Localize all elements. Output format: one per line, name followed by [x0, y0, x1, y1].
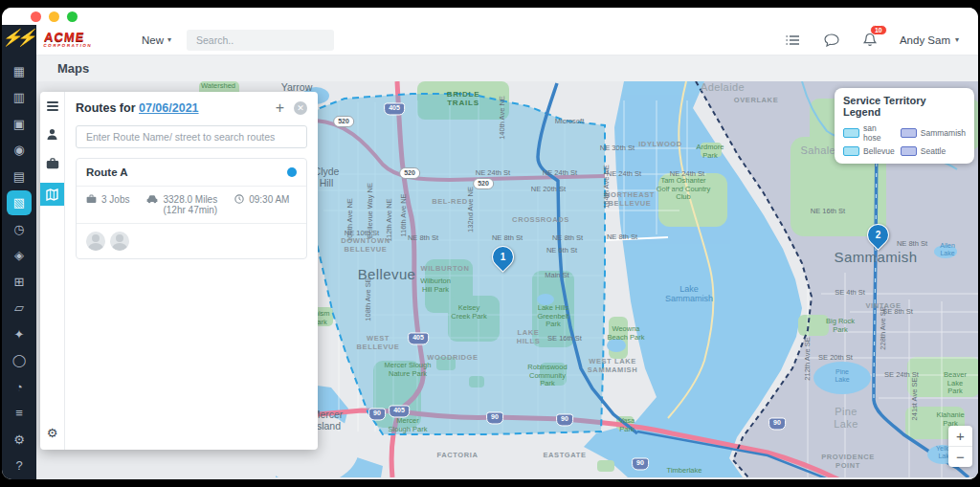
legend-label: Seattle: [921, 146, 946, 156]
sidebar-item-invoices[interactable]: ▤: [7, 164, 32, 188]
assignee-avatar[interactable]: [110, 232, 129, 251]
map-label: Robinswood Community Park: [527, 364, 567, 388]
map-label: Timberlake: [667, 467, 702, 476]
sidebar-item-maps[interactable]: ▧: [7, 190, 32, 215]
add-route-button[interactable]: +: [276, 100, 284, 116]
map-label: NE 24th St: [607, 170, 641, 179]
map-label: LAKE HILLS: [517, 329, 541, 345]
map-label: Big Rock Park: [826, 318, 855, 334]
map-label: NE 24th St: [476, 169, 510, 178]
minimize-window-button[interactable]: [49, 11, 59, 22]
routes-panel-body: Routes for 07/06/2021 + ✕ Route A 3 Jobs: [65, 92, 318, 450]
sidebar-item-jobs[interactable]: ▥: [7, 85, 32, 110]
service-territory-legend: Service Territory Legend san hoseSammami…: [835, 88, 974, 164]
map-label: NE 24th St: [543, 169, 577, 178]
map-label: Adelaide: [701, 81, 745, 93]
notifications-bell-icon[interactable]: 10: [861, 32, 879, 49]
chevron-down-icon: ▾: [167, 35, 171, 44]
menu-icon[interactable]: [47, 101, 58, 111]
map-label: 520: [473, 178, 494, 189]
panel-settings-gear-icon[interactable]: ⚙: [47, 426, 58, 440]
sidebar-item-schedule[interactable]: ▣: [7, 111, 32, 136]
map-label: 116th Ave NE: [400, 193, 409, 236]
map-marker-2[interactable]: 2: [862, 219, 894, 251]
map-label: NE 16th St: [811, 208, 845, 216]
map-label: WOODRIDGE: [427, 354, 478, 363]
map-label: 108th Ave SE: [365, 277, 373, 321]
map-label: 212th Ave SE: [804, 337, 813, 380]
jobs-icon[interactable]: [46, 158, 59, 169]
map-zoom-control: + −: [948, 426, 972, 467]
map-label: Allen Lake: [940, 242, 955, 257]
map-label: Ardmore Park: [697, 144, 724, 160]
route-search-input[interactable]: [84, 130, 299, 144]
route-status-dot: [287, 167, 297, 177]
sidebar-item-settings[interactable]: ⚙: [7, 427, 32, 452]
chat-icon[interactable]: [823, 32, 840, 49]
map-label: 90: [486, 411, 503, 424]
sidebar-item-quotes[interactable]: ◈: [7, 243, 32, 268]
sidebar-item-documents[interactable]: ▱: [7, 296, 32, 321]
map-marker-1[interactable]: 1: [487, 241, 519, 273]
map-label: 164th Ave NE: [603, 165, 612, 209]
map-label: 100th Ave NE: [346, 198, 355, 242]
map-label: Pine Lake: [834, 406, 858, 430]
maximize-window-button[interactable]: [67, 11, 78, 22]
user-menu[interactable]: Andy Sam ▾: [900, 34, 959, 46]
map-label: Pine Lake: [835, 368, 849, 384]
zoom-out-button[interactable]: −: [948, 447, 972, 467]
route-jobs-text: 3 Jobs: [101, 194, 129, 205]
legend-swatch: [843, 128, 859, 138]
route-name: Route A: [86, 166, 128, 178]
search-input[interactable]: [194, 33, 327, 47]
map-routes-tab[interactable]: [40, 183, 64, 206]
sidebar-item-assets[interactable]: ≡: [7, 401, 32, 426]
company-logo[interactable]: ACME CORPORATION: [43, 31, 116, 49]
map-label: Microsoft: [555, 118, 584, 126]
legend-item: san hose: [843, 123, 895, 143]
new-dropdown[interactable]: New ▾: [142, 34, 171, 46]
sidebar-item-dashboard[interactable]: ▦: [7, 58, 32, 83]
app-logo-icon[interactable]: ⚡⚡: [2, 25, 36, 51]
legend-item: Seattle: [901, 146, 966, 156]
route-jobs: 3 Jobs: [86, 194, 129, 215]
route-start-time: 09:30 AM: [234, 194, 289, 215]
map-label: NE 20th St: [531, 186, 566, 194]
activity-list-icon[interactable]: [785, 32, 802, 49]
sidebar-item-timer[interactable]: ◔: [7, 374, 32, 399]
close-window-button[interactable]: [31, 11, 41, 22]
sidebar-item-integrations[interactable]: ✦: [7, 321, 32, 346]
assignee-avatar[interactable]: [86, 232, 105, 251]
map-label: 241st Ave SE: [911, 378, 920, 421]
sidebar-item-help[interactable]: ?: [7, 454, 32, 478]
map-label: 140th Ave NE: [499, 96, 507, 140]
map-label: Bellevue: [358, 266, 416, 282]
sidebar-item-customers[interactable]: ◉: [7, 138, 32, 163]
map-label: 132nd Ave NE: [467, 187, 476, 232]
map-label: EASTGATE: [543, 452, 586, 460]
map-label: WILBURTON: [420, 265, 469, 274]
map-label: 90: [768, 417, 786, 430]
zoom-in-button[interactable]: +: [948, 426, 972, 447]
notification-badge: 10: [870, 25, 887, 35]
map-label: SE 24th St: [884, 371, 919, 380]
routes-date-link[interactable]: 07/06/2021: [139, 101, 199, 115]
legend-label: Bellevue: [863, 146, 895, 156]
close-panel-button[interactable]: ✕: [294, 101, 307, 115]
sidebar-item-timesheets[interactable]: ◷: [7, 216, 32, 241]
map-label: NORTHEAST BELLEVUE: [605, 191, 655, 208]
routes-title-prefix: Routes for: [76, 101, 139, 115]
map-label: 90: [632, 457, 649, 470]
map-label: FACTORIA: [437, 452, 479, 460]
sidebar-item-parts[interactable]: ⊞: [7, 269, 32, 294]
map-label: SE 16th St: [547, 335, 582, 343]
map-label: 520: [399, 167, 420, 179]
user-name: Andy Sam: [900, 34, 950, 46]
map-label: Lake Hills Greenbelt Park: [538, 304, 569, 329]
map-label: Tam Oshanter Golf and Country Club: [657, 177, 711, 202]
legend-label: san hose: [863, 123, 895, 143]
legend-items: san hoseSammamishBellevueSeattle: [843, 123, 966, 156]
sidebar-item-users[interactable]: ◯: [7, 348, 32, 373]
technician-icon[interactable]: [46, 128, 58, 141]
route-card[interactable]: Route A 3 Jobs 3328.0 Miles(12hr 47min) …: [76, 158, 307, 259]
